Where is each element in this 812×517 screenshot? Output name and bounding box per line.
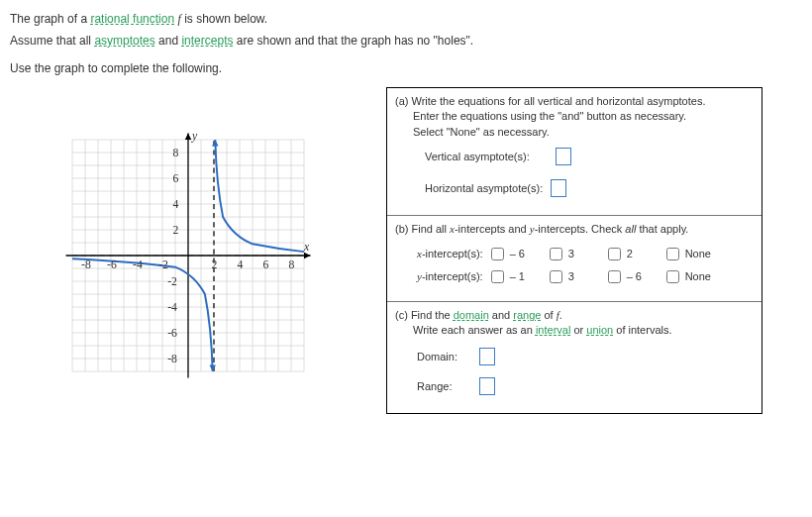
axis-label-y: y	[191, 130, 198, 143]
part-c-text: of f.	[544, 309, 561, 321]
part-a-text3: Select "None" as necessary.	[413, 126, 550, 138]
tick-label: -8	[167, 353, 177, 365]
range-link[interactable]: range	[513, 309, 541, 321]
x-opt-neg6[interactable]	[491, 248, 504, 260]
tick-label: -6	[167, 327, 177, 340]
answer-box: (a) Write the equations for all vertical…	[386, 87, 762, 414]
part-a-label: (a)	[395, 95, 408, 107]
domain-label: Domain:	[417, 351, 457, 362]
tick-label: 8	[288, 258, 294, 271]
y-intercept-label: y-intercept(s):	[417, 270, 483, 282]
part-c-label: (c)	[395, 309, 408, 321]
y-opt-label: 3	[568, 270, 590, 282]
graph-panel: -8 -6 -4 -2 2 4 6 8 8 6 4 2 -2 -4 -6 -8 …	[10, 87, 347, 397]
intro-text: Use the graph to complete the following.	[10, 61, 222, 75]
x-opt-none[interactable]	[666, 248, 679, 260]
section-a: (a) Write the equations for all vertical…	[387, 88, 761, 216]
y-opt-none[interactable]	[666, 270, 679, 283]
part-c-text: Find the	[411, 309, 454, 321]
tick-label: -2	[158, 258, 168, 271]
part-c-text2: Write each answer as an	[413, 324, 536, 336]
x-opt-label: None	[685, 248, 711, 259]
intro-text: Assume that all	[10, 34, 94, 48]
x-opt-label: 2	[627, 248, 649, 259]
vertical-asymptote-label: Vertical asymptote(s):	[425, 151, 530, 162]
intro-f: f	[177, 12, 180, 26]
part-c-text2: or	[570, 324, 586, 336]
y-opt-label: None	[685, 270, 711, 282]
tick-label: 6	[262, 258, 268, 271]
part-c-text2: of intervals.	[613, 324, 671, 336]
union-link[interactable]: union	[586, 324, 613, 336]
range-label: Range:	[417, 380, 452, 392]
x-intercept-label: x-intercept(s):	[417, 248, 483, 259]
intro-text: The graph of a	[10, 12, 90, 26]
curve-left	[72, 258, 213, 371]
part-b-label: (b)	[395, 223, 408, 235]
tick-label: -4	[133, 258, 143, 271]
tick-label: 2	[172, 224, 178, 237]
intro-text: and	[155, 34, 182, 48]
tick-label: -2	[167, 275, 177, 288]
y-opt-label: – 1	[510, 270, 532, 282]
tick-label: -8	[81, 258, 91, 271]
x-opt-2[interactable]	[608, 248, 621, 260]
svg-marker-40	[212, 140, 219, 147]
intro-text: are shown and that the graph has no "hol…	[233, 34, 473, 48]
y-opt-3[interactable]	[550, 270, 562, 283]
svg-marker-38	[185, 134, 192, 141]
domain-input[interactable]	[479, 348, 495, 365]
domain-link[interactable]: domain	[454, 309, 489, 321]
tick-label: -6	[107, 258, 117, 271]
intro-text: is shown below.	[184, 12, 267, 26]
vertical-asymptote-input[interactable]	[556, 148, 571, 165]
tick-label: -4	[167, 301, 177, 314]
part-c-text: and	[489, 309, 513, 321]
svg-marker-39	[209, 365, 216, 372]
horizontal-asymptote-input[interactable]	[551, 179, 566, 197]
rational-function-link[interactable]: rational function	[90, 12, 174, 26]
rational-function-graph: -8 -6 -4 -2 2 4 6 8 8 6 4 2 -2 -4 -6 -8 …	[59, 117, 317, 394]
intercepts-link[interactable]: intercepts	[181, 34, 233, 48]
tick-label: 8	[172, 147, 178, 159]
section-b: (b) Find all x-intercepts and y-intercep…	[387, 216, 761, 301]
part-a-text1: Write the equations for all vertical and…	[412, 95, 706, 107]
tick-label: 2	[211, 258, 217, 271]
y-opt-neg6[interactable]	[608, 270, 621, 283]
part-a-text2: Enter the equations using the "and" butt…	[413, 110, 686, 122]
y-opt-neg1[interactable]	[491, 270, 504, 283]
axis-label-x: x	[303, 241, 310, 254]
tick-label: 4	[172, 198, 178, 211]
horizontal-asymptote-label: Horizontal asymptote(s):	[425, 182, 543, 194]
tick-label: 6	[172, 172, 178, 185]
curve-right	[215, 140, 304, 252]
tick-label: 4	[237, 258, 243, 271]
section-c: (c) Find the domain and range of f. Writ…	[387, 302, 761, 414]
y-opt-label: – 6	[627, 270, 649, 282]
x-opt-label: – 6	[510, 248, 532, 259]
x-opt-3[interactable]	[550, 248, 562, 260]
interval-link[interactable]: interval	[536, 324, 570, 336]
problem-intro: The graph of a rational function f is sh…	[10, 10, 802, 77]
range-input[interactable]	[479, 377, 495, 395]
x-opt-label: 3	[568, 248, 590, 259]
asymptotes-link[interactable]: asymptotes	[94, 34, 154, 48]
